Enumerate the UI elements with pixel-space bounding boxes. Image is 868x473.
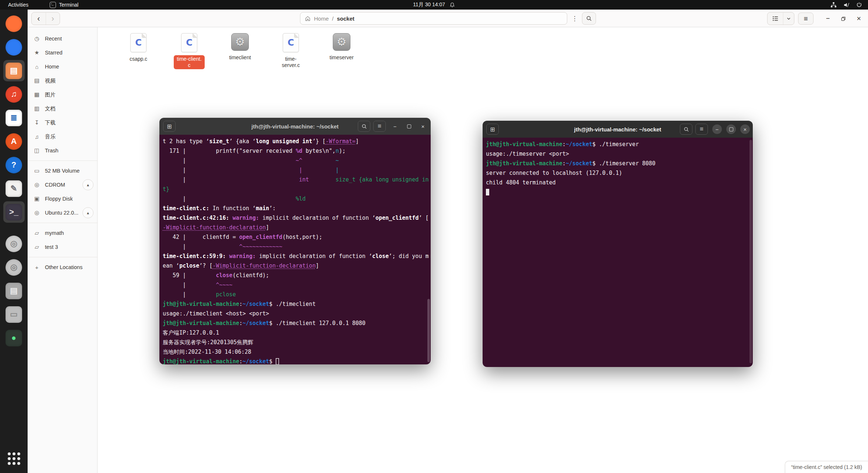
terminal-maximize-button[interactable] bbox=[404, 121, 414, 131]
terminal-search-button[interactable] bbox=[680, 124, 692, 135]
restore-button[interactable] bbox=[838, 13, 849, 25]
eject-button[interactable]: ▲ bbox=[82, 179, 93, 190]
terminal-titlebar[interactable]: ⊞ jth@jth-virtual-machine: ~/socket ≡ − … bbox=[483, 121, 753, 138]
new-tab-button[interactable]: ⊞ bbox=[486, 124, 499, 135]
breadcrumb-current[interactable]: socket bbox=[337, 15, 354, 22]
c-letter: C bbox=[287, 38, 294, 48]
back-button[interactable]: ‹ bbox=[32, 13, 46, 25]
dock-item-help[interactable]: ? bbox=[3, 154, 25, 176]
terminal-close-button[interactable]: × bbox=[740, 124, 750, 134]
dock-item-storage-box[interactable]: ▭ bbox=[3, 304, 25, 325]
video-icon: ▤ bbox=[33, 77, 40, 84]
files-icon: ▤ bbox=[6, 63, 22, 79]
sidebar-item-recent[interactable]: ◷Recent bbox=[28, 32, 97, 46]
c-source-file-icon: C bbox=[181, 33, 197, 52]
chevron-down-icon bbox=[786, 16, 791, 21]
terminal-line: 服务器实现者学号:20201305焦腾辉 bbox=[163, 338, 427, 347]
terminal-scrollbar[interactable] bbox=[427, 299, 430, 362]
dock-item-software[interactable]: A bbox=[3, 131, 25, 152]
minimize-button[interactable]: − bbox=[822, 13, 833, 25]
file-label: timeserver bbox=[327, 54, 356, 61]
dock-item-terminal[interactable]: >_ bbox=[3, 201, 25, 223]
hamburger-menu-button[interactable]: ≡ bbox=[798, 13, 814, 25]
list-view-button[interactable] bbox=[768, 13, 783, 25]
drive-glyph: ▤ bbox=[10, 287, 18, 295]
sidebar-item-home[interactable]: ⌂Home bbox=[28, 60, 97, 74]
dock-item-thunderbird[interactable] bbox=[3, 36, 25, 58]
storage-box-glyph: ▭ bbox=[10, 310, 18, 318]
sidebar-item-documents[interactable]: ▥文档 bbox=[28, 102, 97, 116]
terminal-search-button[interactable] bbox=[358, 121, 370, 132]
dock-item-files[interactable]: ▤ bbox=[3, 60, 25, 81]
close-button[interactable]: × bbox=[853, 13, 864, 25]
terminal-window-left[interactable]: ⊞ jth@jth-virtual-machine: ~/socket ≡ − … bbox=[159, 118, 431, 364]
download-icon: ↧ bbox=[33, 119, 40, 126]
file-csapp-c[interactable]: Ccsapp.c bbox=[118, 33, 159, 69]
terminal-line: jth@jth-virtual-machine:~/socket$ bbox=[163, 357, 427, 364]
file-time-server-c[interactable]: Ctime-server.c bbox=[271, 33, 311, 69]
terminal-line: child 4804 terminated bbox=[486, 178, 749, 187]
activities-button[interactable]: Activities bbox=[0, 2, 36, 8]
eject-button[interactable]: ▲ bbox=[82, 207, 93, 218]
dock-item-writer[interactable]: ≣ bbox=[3, 107, 25, 128]
terminal-line: t 2 has type ‘size_t’ {aka ‘long unsigne… bbox=[163, 137, 427, 146]
file-timeclient[interactable]: ⚙timeclient bbox=[220, 33, 260, 69]
view-options-button[interactable] bbox=[783, 13, 794, 25]
terminal-line: jth@jth-virtual-machine:~/socket$ ./time… bbox=[163, 299, 427, 309]
dock-item-disc-2[interactable]: ◎ bbox=[3, 257, 25, 278]
sidebar-item-videos[interactable]: ▤视频 bbox=[28, 74, 97, 88]
file-timeserver[interactable]: ⚙timeserver bbox=[321, 33, 362, 69]
clock-label: 11月 30 14:07 bbox=[413, 1, 445, 8]
trash-icon: ◫ bbox=[33, 147, 40, 154]
path-bar[interactable]: Home / socket bbox=[300, 12, 567, 25]
terminal-close-button[interactable]: × bbox=[418, 121, 428, 131]
search-button[interactable] bbox=[582, 12, 596, 25]
sidebar-item-cdrom[interactable]: ◎CDROM▲ bbox=[28, 178, 97, 192]
terminal-minimize-button[interactable]: − bbox=[390, 121, 400, 131]
terminal-output[interactable]: jth@jth-virtual-machine:~/socket$ ./time… bbox=[483, 138, 753, 367]
dock-item-firefox[interactable] bbox=[3, 13, 25, 34]
new-tab-button[interactable]: ⊞ bbox=[163, 121, 176, 132]
sidebar-item-downloads[interactable]: ↧下载 bbox=[28, 116, 97, 130]
show-applications-button[interactable] bbox=[3, 448, 25, 469]
terminal-scrollbar[interactable] bbox=[749, 140, 752, 363]
sidebar-item-label: mymath bbox=[45, 230, 64, 236]
sidebar-item-starred[interactable]: ★Starred bbox=[28, 46, 97, 60]
sidebar-item-other-locations[interactable]: +Other Locations bbox=[28, 260, 97, 274]
sidebar-item-ubuntu-disc[interactable]: ◎Ubuntu 22.0...▲ bbox=[28, 206, 97, 220]
file-time-client-c[interactable]: Ctime-client.c bbox=[169, 33, 209, 69]
sidebar-item-trash[interactable]: ◫Trash bbox=[28, 144, 97, 158]
dock-item-disc-1[interactable]: ◎ bbox=[3, 233, 25, 254]
sidebar-item-label: Recent bbox=[45, 36, 62, 42]
maximize-icon bbox=[729, 127, 733, 131]
terminal-minimize-button[interactable]: − bbox=[712, 124, 722, 134]
gear-icon: ⚙ bbox=[337, 36, 347, 47]
search-icon bbox=[361, 124, 367, 129]
dock-item-text-editor[interactable]: ✎ bbox=[3, 178, 25, 199]
terminal-titlebar[interactable]: ⊞ jth@jth-virtual-machine: ~/socket ≡ − … bbox=[159, 118, 431, 135]
green-app-icon: ● bbox=[6, 330, 22, 346]
clock-menu[interactable]: 11月 30 14:07 bbox=[413, 0, 455, 10]
sidebar-item-music[interactable]: ♫音乐 bbox=[28, 130, 97, 144]
image-icon: ▦ bbox=[33, 91, 40, 98]
sidebar-item-mymath[interactable]: ▱mymath bbox=[28, 226, 97, 240]
terminal-output[interactable]: t 2 has type ‘size_t’ {aka ‘long unsigne… bbox=[159, 135, 431, 364]
terminal-maximize-button[interactable] bbox=[726, 124, 736, 134]
forward-button[interactable]: › bbox=[46, 13, 60, 25]
terminal-menu-button[interactable]: ≡ bbox=[373, 121, 386, 132]
sidebar-item-volume-52mb[interactable]: ▭52 MB Volume bbox=[28, 164, 97, 178]
system-status-area[interactable] bbox=[830, 2, 868, 8]
sidebar-item-floppy-disk[interactable]: ▣Floppy Disk bbox=[28, 192, 97, 206]
sidebar-item-pictures[interactable]: ▦图片 bbox=[28, 88, 97, 102]
terminal-glyph: >_ bbox=[9, 208, 18, 216]
dock-item-rhythmbox[interactable]: ♫ bbox=[3, 84, 25, 105]
breadcrumb-home[interactable]: Home bbox=[314, 15, 329, 22]
dock-item-drive[interactable]: ▤ bbox=[3, 280, 25, 301]
focused-app-indicator[interactable]: Terminal bbox=[50, 2, 78, 8]
dock-item-green-app[interactable]: ● bbox=[3, 327, 25, 349]
sidebar-item-test-3[interactable]: ▱test 3 bbox=[28, 240, 97, 254]
terminal-window-right[interactable]: ⊞ jth@jth-virtual-machine: ~/socket ≡ − … bbox=[483, 121, 753, 367]
volume-muted-icon bbox=[843, 2, 850, 8]
path-options-button[interactable]: ⋮ bbox=[570, 14, 579, 23]
terminal-menu-button[interactable]: ≡ bbox=[695, 124, 708, 135]
